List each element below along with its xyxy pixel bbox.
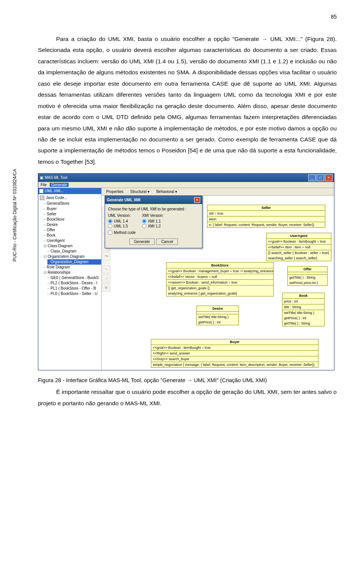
figure-caption: Figura 28 - Interface Gráfica MAS-ML Too… (38, 376, 337, 385)
uml-version-label: UML Version: (108, 213, 131, 218)
page-number: 85 (38, 14, 337, 20)
tree-item[interactable]: Offer (44, 227, 101, 233)
dialog-title: Generate UML XMI (107, 198, 140, 202)
tree-item[interactable]: UserAgent (44, 238, 101, 243)
tree-item[interactable]: Role Diagram (44, 265, 101, 270)
xmi-version-label: XMI Version: (142, 213, 164, 218)
radio-xmi11[interactable]: XMI 1.1 (142, 219, 164, 223)
tree-item[interactable]: Class_Diagram (47, 249, 101, 254)
toolbar: Properties Structural Behavioral (102, 188, 334, 196)
diagram-canvas[interactable]: Diagram ▭ A ▭ ⇢ ⇒ ⤳ ⟍ ⟋ ≡ (102, 196, 334, 370)
uml-class-useragent[interactable]: UserAgent <<goal>> Boolean : itemBought … (266, 233, 331, 261)
tree-item[interactable]: Desire (44, 222, 101, 227)
dialog-close-icon[interactable]: × (194, 197, 200, 203)
close-icon[interactable]: × (325, 174, 333, 181)
minimize-icon[interactable]: _ (308, 174, 316, 181)
tree-group-class[interactable]: Class Diagram (44, 243, 101, 249)
tree-item[interactable]: Buyer (44, 206, 101, 212)
palette-tool[interactable]: ⤳ (102, 252, 110, 260)
menu-item-java-code[interactable]: Java Code... (40, 195, 101, 201)
tree-item[interactable]: GE0 ( GeneralStore - BookS (47, 275, 101, 281)
menubar: File Generate (38, 182, 334, 188)
menu-generate[interactable]: Generate (50, 183, 69, 187)
tree-item[interactable]: PL0 ( BookStore - Seller - U (47, 291, 101, 296)
tab-properties[interactable]: Properties (104, 189, 126, 194)
uml-class-desire[interactable]: Desire setTitle( title:String ) getPrice… (196, 306, 239, 325)
uml-class-book[interactable]: Book price : int title : String setTitle… (282, 293, 325, 326)
tree-group-org[interactable]: Organization Diagram (44, 254, 101, 259)
uml-class-seller[interactable]: Seller old = true ation e: { label: Requ… (207, 205, 325, 228)
titlebar: ▣ MAS-ML Tool _ □ × (38, 174, 334, 182)
project-tree[interactable]: UML XMI... Java Code... GeneralStore Buy… (38, 188, 102, 370)
tree-item[interactable]: Book (44, 233, 101, 238)
radio-xmi12[interactable]: XMI 1.2 (142, 224, 164, 228)
tree-item[interactable]: PL1 ( BookStore - Offer - B (47, 286, 101, 291)
app-icon: ▣ (40, 176, 43, 180)
tree-item[interactable]: BookStore (44, 217, 101, 222)
paragraph-1: Para a criação do UML XMI, basta o usuár… (38, 33, 337, 167)
app-title: MAS-ML Tool (45, 176, 67, 180)
uml-class-buyer[interactable]: Buyer <<goal>> Boolean : itemBought = tr… (151, 339, 318, 368)
radio-uml14[interactable]: UML 1.4 (108, 219, 131, 223)
palette-tool[interactable]: ⟍ (102, 265, 110, 273)
paragraph-2: É importante ressaltar que o usuário pod… (38, 386, 337, 409)
uml-class-offer[interactable]: Offer getTitle( ) : String setPrice( pri… (287, 266, 328, 286)
palette-tool[interactable]: ⟋ (102, 274, 110, 282)
menu-item-uml-xmi[interactable]: UML XMI... (38, 188, 101, 194)
cancel-button[interactable]: Cancel (156, 238, 178, 245)
generate-button[interactable]: Generate (129, 238, 155, 245)
generate-dialog: Generate UML XMI × Choose the type of UM… (105, 196, 202, 248)
palette-tool[interactable]: ≡ (102, 283, 110, 292)
tree-item[interactable]: Seller (44, 212, 101, 217)
dialog-prompt: Choose the type of UML XMI to be generat… (108, 207, 199, 211)
uml-class-bookstore[interactable]: BookStore <<goal>> Boolean : management_… (166, 262, 274, 296)
checkbox-method-code[interactable]: Method code (108, 230, 199, 235)
radio-uml15[interactable]: UML 1.5 (108, 224, 131, 228)
tree-item-selected[interactable]: Organization_Diagram (47, 259, 101, 265)
tree-item[interactable]: GeneralStore (44, 201, 101, 206)
watermark-sidebar: PUC-Rio - Certificação Digital Nº 031082… (12, 169, 17, 262)
tree-item[interactable]: PL2 ( BookStore - Desire - I (47, 281, 101, 286)
app-window: ▣ MAS-ML Tool _ □ × File Generate UML XM… (38, 173, 334, 370)
tree-group-rel[interactable]: Relationships (44, 270, 101, 275)
menu-file[interactable]: File (41, 183, 47, 187)
maximize-icon[interactable]: □ (317, 174, 324, 181)
tab-behavioral[interactable]: Behavioral (154, 189, 179, 194)
tab-structural[interactable]: Structural (128, 189, 152, 194)
